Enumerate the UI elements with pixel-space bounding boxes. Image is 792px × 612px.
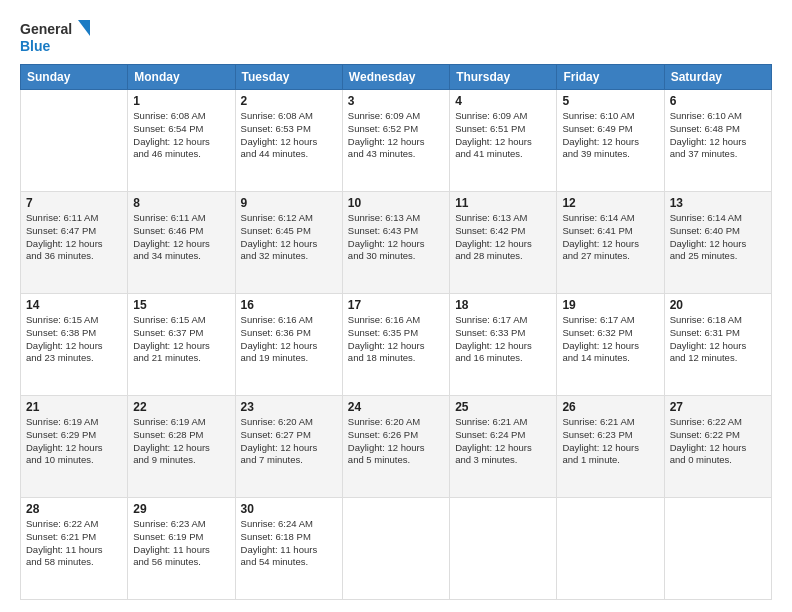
day-info: Sunrise: 6:15 AM Sunset: 6:38 PM Dayligh… (26, 314, 122, 365)
calendar-table: SundayMondayTuesdayWednesdayThursdayFrid… (20, 64, 772, 600)
weekday-header-tuesday: Tuesday (235, 65, 342, 90)
calendar-week-row: 14Sunrise: 6:15 AM Sunset: 6:38 PM Dayli… (21, 294, 772, 396)
day-info: Sunrise: 6:10 AM Sunset: 6:48 PM Dayligh… (670, 110, 766, 161)
day-number: 26 (562, 400, 658, 414)
calendar-cell: 18Sunrise: 6:17 AM Sunset: 6:33 PM Dayli… (450, 294, 557, 396)
day-info: Sunrise: 6:20 AM Sunset: 6:27 PM Dayligh… (241, 416, 337, 467)
day-number: 2 (241, 94, 337, 108)
day-number: 20 (670, 298, 766, 312)
day-info: Sunrise: 6:10 AM Sunset: 6:49 PM Dayligh… (562, 110, 658, 161)
calendar-cell: 25Sunrise: 6:21 AM Sunset: 6:24 PM Dayli… (450, 396, 557, 498)
day-info: Sunrise: 6:14 AM Sunset: 6:41 PM Dayligh… (562, 212, 658, 263)
calendar-cell: 29Sunrise: 6:23 AM Sunset: 6:19 PM Dayli… (128, 498, 235, 600)
logo-svg: General Blue (20, 16, 90, 56)
calendar-cell: 11Sunrise: 6:13 AM Sunset: 6:42 PM Dayli… (450, 192, 557, 294)
calendar-cell: 21Sunrise: 6:19 AM Sunset: 6:29 PM Dayli… (21, 396, 128, 498)
calendar-cell: 28Sunrise: 6:22 AM Sunset: 6:21 PM Dayli… (21, 498, 128, 600)
calendar-cell: 16Sunrise: 6:16 AM Sunset: 6:36 PM Dayli… (235, 294, 342, 396)
calendar-cell: 1Sunrise: 6:08 AM Sunset: 6:54 PM Daylig… (128, 90, 235, 192)
day-number: 17 (348, 298, 444, 312)
calendar-week-row: 21Sunrise: 6:19 AM Sunset: 6:29 PM Dayli… (21, 396, 772, 498)
calendar-cell: 27Sunrise: 6:22 AM Sunset: 6:22 PM Dayli… (664, 396, 771, 498)
header: General Blue (20, 16, 772, 56)
day-info: Sunrise: 6:08 AM Sunset: 6:53 PM Dayligh… (241, 110, 337, 161)
day-info: Sunrise: 6:14 AM Sunset: 6:40 PM Dayligh… (670, 212, 766, 263)
svg-text:General: General (20, 21, 72, 37)
day-info: Sunrise: 6:13 AM Sunset: 6:42 PM Dayligh… (455, 212, 551, 263)
weekday-header-friday: Friday (557, 65, 664, 90)
day-number: 16 (241, 298, 337, 312)
day-info: Sunrise: 6:11 AM Sunset: 6:46 PM Dayligh… (133, 212, 229, 263)
calendar-cell: 8Sunrise: 6:11 AM Sunset: 6:46 PM Daylig… (128, 192, 235, 294)
calendar-week-row: 7Sunrise: 6:11 AM Sunset: 6:47 PM Daylig… (21, 192, 772, 294)
day-number: 18 (455, 298, 551, 312)
day-number: 29 (133, 502, 229, 516)
day-number: 23 (241, 400, 337, 414)
day-number: 3 (348, 94, 444, 108)
day-info: Sunrise: 6:19 AM Sunset: 6:28 PM Dayligh… (133, 416, 229, 467)
calendar-cell: 9Sunrise: 6:12 AM Sunset: 6:45 PM Daylig… (235, 192, 342, 294)
day-info: Sunrise: 6:12 AM Sunset: 6:45 PM Dayligh… (241, 212, 337, 263)
day-info: Sunrise: 6:22 AM Sunset: 6:22 PM Dayligh… (670, 416, 766, 467)
weekday-header-row: SundayMondayTuesdayWednesdayThursdayFrid… (21, 65, 772, 90)
day-number: 1 (133, 94, 229, 108)
day-number: 15 (133, 298, 229, 312)
day-info: Sunrise: 6:15 AM Sunset: 6:37 PM Dayligh… (133, 314, 229, 365)
calendar-cell: 30Sunrise: 6:24 AM Sunset: 6:18 PM Dayli… (235, 498, 342, 600)
day-number: 12 (562, 196, 658, 210)
day-info: Sunrise: 6:23 AM Sunset: 6:19 PM Dayligh… (133, 518, 229, 569)
calendar-cell: 23Sunrise: 6:20 AM Sunset: 6:27 PM Dayli… (235, 396, 342, 498)
calendar-cell: 3Sunrise: 6:09 AM Sunset: 6:52 PM Daylig… (342, 90, 449, 192)
calendar-cell (342, 498, 449, 600)
calendar-cell: 2Sunrise: 6:08 AM Sunset: 6:53 PM Daylig… (235, 90, 342, 192)
day-number: 14 (26, 298, 122, 312)
day-number: 10 (348, 196, 444, 210)
day-number: 11 (455, 196, 551, 210)
day-info: Sunrise: 6:24 AM Sunset: 6:18 PM Dayligh… (241, 518, 337, 569)
day-number: 5 (562, 94, 658, 108)
day-info: Sunrise: 6:16 AM Sunset: 6:36 PM Dayligh… (241, 314, 337, 365)
calendar-cell: 5Sunrise: 6:10 AM Sunset: 6:49 PM Daylig… (557, 90, 664, 192)
day-number: 9 (241, 196, 337, 210)
calendar-cell (21, 90, 128, 192)
calendar-cell: 15Sunrise: 6:15 AM Sunset: 6:37 PM Dayli… (128, 294, 235, 396)
day-info: Sunrise: 6:09 AM Sunset: 6:51 PM Dayligh… (455, 110, 551, 161)
calendar-cell: 17Sunrise: 6:16 AM Sunset: 6:35 PM Dayli… (342, 294, 449, 396)
day-number: 25 (455, 400, 551, 414)
svg-marker-2 (78, 20, 90, 36)
weekday-header-monday: Monday (128, 65, 235, 90)
page: General Blue SundayMondayTuesdayWednesda… (0, 0, 792, 612)
calendar-cell: 19Sunrise: 6:17 AM Sunset: 6:32 PM Dayli… (557, 294, 664, 396)
day-info: Sunrise: 6:22 AM Sunset: 6:21 PM Dayligh… (26, 518, 122, 569)
day-number: 19 (562, 298, 658, 312)
calendar-cell: 12Sunrise: 6:14 AM Sunset: 6:41 PM Dayli… (557, 192, 664, 294)
day-number: 21 (26, 400, 122, 414)
calendar-cell: 24Sunrise: 6:20 AM Sunset: 6:26 PM Dayli… (342, 396, 449, 498)
day-info: Sunrise: 6:21 AM Sunset: 6:23 PM Dayligh… (562, 416, 658, 467)
calendar-cell: 13Sunrise: 6:14 AM Sunset: 6:40 PM Dayli… (664, 192, 771, 294)
calendar-cell (450, 498, 557, 600)
day-number: 27 (670, 400, 766, 414)
day-number: 4 (455, 94, 551, 108)
day-info: Sunrise: 6:09 AM Sunset: 6:52 PM Dayligh… (348, 110, 444, 161)
day-info: Sunrise: 6:13 AM Sunset: 6:43 PM Dayligh… (348, 212, 444, 263)
day-number: 13 (670, 196, 766, 210)
day-number: 7 (26, 196, 122, 210)
calendar-week-row: 28Sunrise: 6:22 AM Sunset: 6:21 PM Dayli… (21, 498, 772, 600)
weekday-header-thursday: Thursday (450, 65, 557, 90)
day-info: Sunrise: 6:20 AM Sunset: 6:26 PM Dayligh… (348, 416, 444, 467)
calendar-cell: 4Sunrise: 6:09 AM Sunset: 6:51 PM Daylig… (450, 90, 557, 192)
day-info: Sunrise: 6:21 AM Sunset: 6:24 PM Dayligh… (455, 416, 551, 467)
day-info: Sunrise: 6:16 AM Sunset: 6:35 PM Dayligh… (348, 314, 444, 365)
calendar-week-row: 1Sunrise: 6:08 AM Sunset: 6:54 PM Daylig… (21, 90, 772, 192)
calendar-cell: 22Sunrise: 6:19 AM Sunset: 6:28 PM Dayli… (128, 396, 235, 498)
calendar-cell: 6Sunrise: 6:10 AM Sunset: 6:48 PM Daylig… (664, 90, 771, 192)
calendar-cell: 7Sunrise: 6:11 AM Sunset: 6:47 PM Daylig… (21, 192, 128, 294)
day-number: 22 (133, 400, 229, 414)
weekday-header-sunday: Sunday (21, 65, 128, 90)
day-number: 30 (241, 502, 337, 516)
day-number: 28 (26, 502, 122, 516)
calendar-cell: 26Sunrise: 6:21 AM Sunset: 6:23 PM Dayli… (557, 396, 664, 498)
day-info: Sunrise: 6:11 AM Sunset: 6:47 PM Dayligh… (26, 212, 122, 263)
calendar-cell: 20Sunrise: 6:18 AM Sunset: 6:31 PM Dayli… (664, 294, 771, 396)
